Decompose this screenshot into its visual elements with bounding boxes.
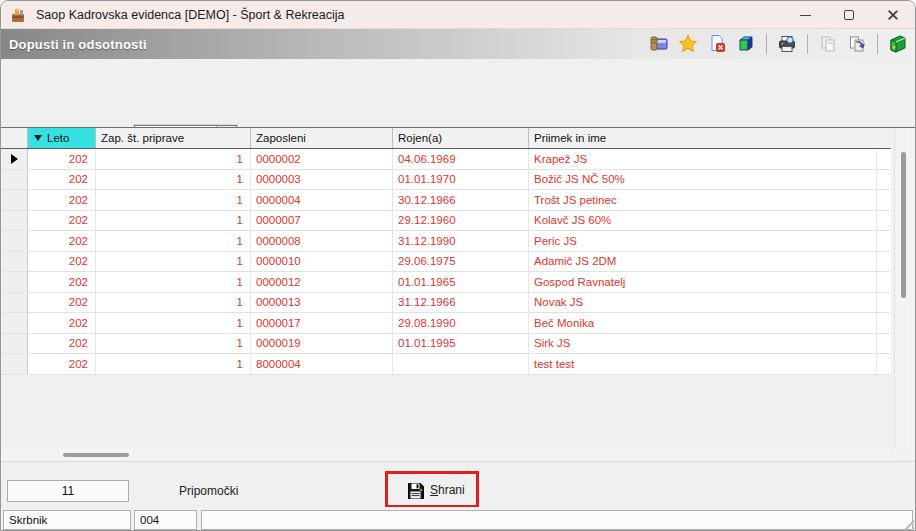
table-row[interactable]: 2021000001729.08.1990Beč Monika [1, 313, 891, 334]
cell-priimek[interactable]: test test [529, 354, 877, 374]
cell-zap[interactable]: 1 [96, 231, 251, 251]
transfer-button[interactable] [846, 33, 868, 55]
cell-zaposleni[interactable]: 0000010 [251, 252, 393, 272]
cell-priimek[interactable]: Krapež JS [529, 149, 877, 169]
cell-zaposleni[interactable]: 0000003 [251, 170, 393, 190]
cell-zaposleni[interactable]: 0000013 [251, 293, 393, 313]
horizontal-scrollbar[interactable] [1, 448, 891, 462]
tools-menu-button[interactable]: Pripomočki [179, 484, 238, 498]
cell-zaposleni[interactable]: 8000004 [251, 354, 393, 374]
row-selector[interactable] [1, 252, 28, 272]
row-selector[interactable] [1, 231, 28, 251]
cell-zap[interactable]: 1 [96, 190, 251, 210]
copy-disabled-icon [818, 34, 838, 54]
table-row[interactable]: 2021000001201.01.1965Gospod Ravnatelj [1, 272, 891, 293]
grid-header-rojen[interactable]: Rojen(a) [393, 128, 529, 148]
cell-leto[interactable]: 202 [28, 211, 96, 231]
grid-header-zaposleni[interactable]: Zaposleni [251, 128, 393, 148]
row-selector[interactable] [1, 190, 28, 210]
grid-header-zap-st-priprave[interactable]: Zap. št. priprave [96, 128, 251, 148]
cell-rojen[interactable]: 01.01.1995 [393, 334, 529, 354]
cell-zaposleni[interactable]: 0000002 [251, 149, 393, 169]
cell-zaposleni[interactable]: 0000007 [251, 211, 393, 231]
cell-zap[interactable]: 1 [96, 272, 251, 292]
cell-rojen[interactable]: 04.06.1969 [393, 149, 529, 169]
cell-leto[interactable]: 202 [28, 252, 96, 272]
cell-zap[interactable]: 1 [96, 252, 251, 272]
cell-rojen[interactable]: 29.06.1975 [393, 252, 529, 272]
cell-zap[interactable]: 1 [96, 170, 251, 190]
cell-rojen[interactable]: 29.08.1990 [393, 313, 529, 333]
close-button[interactable] [871, 1, 915, 29]
cell-leto[interactable]: 202 [28, 231, 96, 251]
copy-button-disabled[interactable] [817, 33, 839, 55]
cell-leto[interactable]: 202 [28, 354, 96, 374]
cell-rojen[interactable]: 29.12.1960 [393, 211, 529, 231]
minimize-button[interactable] [783, 1, 827, 29]
table-row[interactable]: 20218000004test test [1, 354, 891, 375]
cell-zap[interactable]: 1 [96, 313, 251, 333]
cell-zaposleni[interactable]: 0000008 [251, 231, 393, 251]
row-selector[interactable] [1, 334, 28, 354]
table-row[interactable]: 2021000001331.12.1966Novak JS [1, 293, 891, 314]
grid-header-priimek-in-ime[interactable]: Priimek in ime [529, 128, 877, 148]
table-row[interactable]: 2021000000204.06.1969Krapež JS [1, 149, 891, 170]
grid-header-leto[interactable]: Leto [28, 128, 96, 148]
row-selector[interactable] [1, 293, 28, 313]
cell-zap[interactable]: 1 [96, 293, 251, 313]
cell-priimek[interactable]: Sirk JS [529, 334, 877, 354]
cube-button[interactable] [735, 33, 757, 55]
cell-rojen[interactable]: 31.12.1966 [393, 293, 529, 313]
cell-leto[interactable]: 202 [28, 272, 96, 292]
print-button[interactable] [776, 33, 798, 55]
records-button[interactable] [648, 33, 670, 55]
row-selector[interactable] [1, 313, 28, 333]
favorites-button[interactable] [677, 33, 699, 55]
horizontal-scrollbar-thumb[interactable] [63, 453, 129, 457]
cell-priimek[interactable]: Peric JS [529, 231, 877, 251]
cell-zap[interactable]: 1 [96, 211, 251, 231]
table-row[interactable]: 2021000000831.12.1990Peric JS [1, 231, 891, 252]
table-row[interactable]: 2021000000301.01.1970Božič JS NČ 50% [1, 170, 891, 191]
cell-priimek[interactable]: Trošt JS petinec [529, 190, 877, 210]
cell-priimek[interactable]: Gospod Ravnatelj [529, 272, 877, 292]
table-row[interactable]: 2021000001029.06.1975Adamič JS 2DM [1, 252, 891, 273]
cell-priimek[interactable]: Novak JS [529, 293, 877, 313]
remove-document-button[interactable] [706, 33, 728, 55]
help-button[interactable] [887, 33, 909, 55]
cell-rojen[interactable]: 01.01.1965 [393, 272, 529, 292]
row-selector[interactable] [1, 272, 28, 292]
cell-zaposleni[interactable]: 0000019 [251, 334, 393, 354]
cell-zap[interactable]: 1 [96, 149, 251, 169]
cell-zaposleni[interactable]: 0000017 [251, 313, 393, 333]
save-button[interactable]: Shrani [399, 476, 473, 504]
cell-priimek[interactable]: Beč Monika [529, 313, 877, 333]
cell-zap[interactable]: 1 [96, 334, 251, 354]
cell-zaposleni[interactable]: 0000004 [251, 190, 393, 210]
vertical-scrollbar-thumb[interactable] [901, 152, 906, 298]
cell-leto[interactable]: 202 [28, 190, 96, 210]
table-row[interactable]: 2021000000430.12.1966Trošt JS petinec [1, 190, 891, 211]
cell-priimek[interactable]: Božič JS NČ 50% [529, 170, 877, 190]
row-selector[interactable] [1, 149, 28, 169]
cell-rojen[interactable] [393, 354, 529, 374]
row-selector[interactable] [1, 354, 28, 374]
cell-rojen[interactable]: 01.01.1970 [393, 170, 529, 190]
table-row[interactable]: 2021000001901.01.1995Sirk JS [1, 334, 891, 355]
cell-zaposleni[interactable]: 0000012 [251, 272, 393, 292]
cell-rojen[interactable]: 31.12.1990 [393, 231, 529, 251]
table-row[interactable]: 2021000000729.12.1960Kolavč JS 60% [1, 211, 891, 232]
cell-leto[interactable]: 202 [28, 149, 96, 169]
cell-priimek[interactable]: Adamič JS 2DM [529, 252, 877, 272]
row-selector[interactable] [1, 170, 28, 190]
cell-leto[interactable]: 202 [28, 313, 96, 333]
cell-leto[interactable]: 202 [28, 170, 96, 190]
row-selector[interactable] [1, 211, 28, 231]
cell-rojen[interactable]: 30.12.1966 [393, 190, 529, 210]
maximize-button[interactable] [827, 1, 871, 29]
cell-zap[interactable]: 1 [96, 354, 251, 374]
cell-leto[interactable]: 202 [28, 293, 96, 313]
cell-leto[interactable]: 202 [28, 334, 96, 354]
vertical-scrollbar[interactable] [894, 128, 911, 448]
cell-priimek[interactable]: Kolavč JS 60% [529, 211, 877, 231]
